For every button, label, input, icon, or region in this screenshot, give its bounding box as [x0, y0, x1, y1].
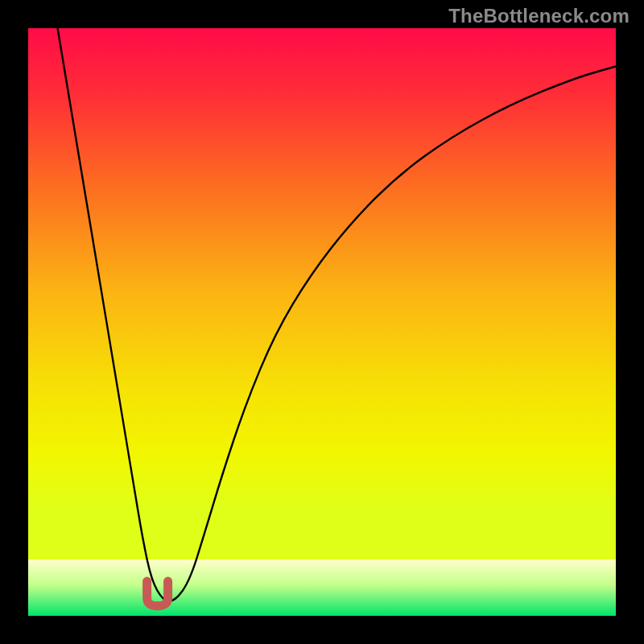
- gradient-background: [28, 28, 616, 559]
- chart-canvas: [28, 28, 616, 616]
- chart-svg: [28, 28, 616, 616]
- watermark-text: TheBottleneck.com: [448, 5, 630, 27]
- outer-frame: TheBottleneck.com: [0, 0, 644, 644]
- gradient-base: [28, 559, 616, 616]
